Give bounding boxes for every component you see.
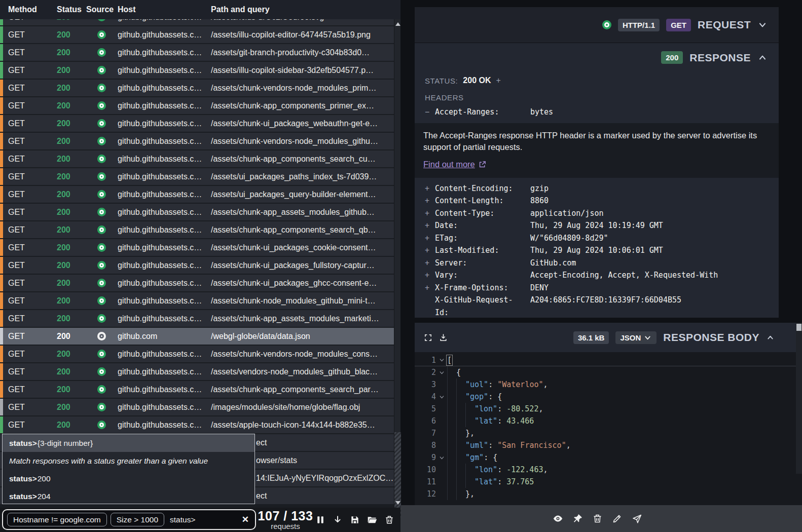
- code-line[interactable]: 3"uol": "Waterloo",: [415, 378, 802, 391]
- resend-icon[interactable]: [632, 513, 642, 524]
- table-row[interactable]: GET200github.githubassets.c…/assets/chun…: [0, 80, 394, 96]
- header-row[interactable]: +Content-Type:application/json: [425, 207, 760, 220]
- delete-icon[interactable]: [592, 513, 603, 524]
- table-row[interactable]: GET200github.githubassets.c…/assets/chun…: [0, 133, 394, 149]
- code-line[interactable]: 10"lon": -122.463,: [415, 464, 802, 476]
- response-body-header[interactable]: 36.1 kB JSON RESPONSE BODY: [415, 323, 802, 352]
- table-row[interactable]: GET200github.githubassets.c…/assets/fcld…: [0, 19, 394, 25]
- delete-all-icon[interactable]: [384, 515, 394, 525]
- header-row[interactable]: +X-Frame-Options:DENY: [425, 282, 760, 294]
- table-row[interactable]: GET200github.githubassets.c…/assets/chun…: [0, 381, 394, 398]
- header-row[interactable]: X-GitHub-Request- Id:A204:6865:FC7E8D:16…: [425, 294, 760, 319]
- scroll-down-arrow[interactable]: [395, 501, 400, 505]
- table-row[interactable]: GET200github.githubassets.c…/assets/chun…: [0, 346, 394, 362]
- row-path: /assets/illu-copilot-sidebar-3d2efb50457…: [211, 66, 394, 75]
- chevron-down-icon[interactable]: [757, 20, 768, 30]
- expand-marker[interactable]: +: [425, 244, 435, 257]
- code-line[interactable]: 5"lon": -80.522,: [415, 403, 802, 415]
- header-row[interactable]: +Content-Encoding:gzip: [425, 182, 760, 195]
- table-row[interactable]: GET200github.githubassets.c…/assets/chun…: [0, 310, 394, 327]
- table-row[interactable]: GET200github.githubassets.c…/assets/chun…: [0, 257, 394, 274]
- code-line[interactable]: 12},: [415, 488, 802, 500]
- scroll-up-arrow[interactable]: [395, 22, 400, 26]
- clear-filters-button[interactable]: ✕: [242, 514, 249, 525]
- code-line[interactable]: 8"uml": "San Francisco",: [415, 439, 802, 451]
- code-line[interactable]: 4"gop": {: [415, 391, 802, 403]
- filter-current-text[interactable]: status>: [170, 515, 242, 524]
- header-row[interactable]: +Last-Modified:Thu, 29 Aug 2024 10:06:01…: [425, 244, 760, 257]
- table-row[interactable]: GET200github.githubassets.c…/assets/ui_p…: [0, 168, 394, 185]
- expand-marker[interactable]: +: [425, 207, 435, 220]
- table-row[interactable]: GET200github.githubassets.c…/assets/chun…: [0, 292, 394, 309]
- response-section-header[interactable]: 200 RESPONSE: [415, 43, 779, 64]
- expand-marker[interactable]: +: [425, 182, 435, 195]
- find-out-more-link[interactable]: Find out more: [423, 159, 487, 170]
- fold-chevron-icon[interactable]: [436, 451, 447, 464]
- expand-marker[interactable]: +: [425, 195, 435, 207]
- table-row[interactable]: GET200github.githubassets.c…/assets/ui_p…: [0, 186, 394, 203]
- header-row[interactable]: +Server:GitHub.com: [425, 257, 760, 270]
- collapse-marker[interactable]: −: [425, 106, 435, 119]
- open-folder-icon[interactable]: [367, 515, 377, 525]
- header-row[interactable]: +ETag:W/"66d04809-8d29": [425, 232, 760, 245]
- chevron-up-icon[interactable]: [757, 53, 768, 63]
- suggestion-item[interactable]: status>200: [3, 470, 254, 487]
- row-source: [85, 403, 118, 411]
- table-row[interactable]: GET200github.githubassets.c…/assets/illu…: [0, 26, 394, 43]
- code-line[interactable]: 7},: [415, 427, 802, 439]
- json-editor[interactable]: 1[2{3"uol": "Waterloo",4"gop": {5"lon": …: [415, 352, 802, 500]
- table-row[interactable]: GET200github.githubassets.c…/images/modu…: [0, 399, 394, 415]
- code-line[interactable]: 2{: [415, 366, 802, 378]
- expand-marker[interactable]: +: [425, 282, 435, 294]
- editor-scrollbar[interactable]: [796, 323, 802, 474]
- table-row[interactable]: GET200github.githubassets.c…/assets/vend…: [0, 363, 394, 380]
- editor-scrollbar-thumb[interactable]: [796, 324, 801, 331]
- header-row[interactable]: +Date:Thu, 29 Aug 2024 10:19:49 GMT: [425, 219, 760, 232]
- pause-icon[interactable]: [315, 515, 325, 525]
- filter-chip[interactable]: Hostname != google.com: [7, 513, 107, 526]
- table-row[interactable]: GET200github.githubassets.c…/assets/chun…: [0, 97, 394, 114]
- view-icon[interactable]: [553, 513, 563, 524]
- fold-chevron-icon[interactable]: [436, 354, 447, 366]
- table-row[interactable]: GET200github.githubassets.c…/assets/chun…: [0, 204, 394, 220]
- pin-icon[interactable]: [572, 513, 583, 524]
- filter-chip[interactable]: Size > 1000: [111, 513, 164, 526]
- table-row[interactable]: GET200github.githubassets.c…/assets/appl…: [0, 416, 394, 433]
- suggestion-description[interactable]: Match responses with a status greater th…: [3, 452, 254, 470]
- edit-icon[interactable]: [612, 513, 623, 524]
- table-row[interactable]: GET200github.githubassets.c…/assets/chun…: [0, 275, 394, 291]
- table-scrollbar[interactable]: [394, 19, 400, 508]
- filter-input[interactable]: Hostname != google.comSize > 1000 status…: [2, 509, 256, 530]
- chevron-up-icon[interactable]: [766, 333, 775, 342]
- header-row[interactable]: +Content-Length:8860: [425, 195, 760, 207]
- expand-marker[interactable]: +: [425, 232, 435, 245]
- body-format-select[interactable]: JSON: [615, 331, 657, 344]
- row-path: /assets/ui_packages_query-builder-elemen…: [211, 190, 394, 199]
- header-row[interactable]: +Vary:Accept-Encoding, Accept, X-Request…: [425, 269, 760, 282]
- expand-marker[interactable]: +: [425, 269, 435, 282]
- request-section-header[interactable]: HTTP/1.1 GET REQUEST: [415, 7, 779, 43]
- table-row[interactable]: GET200github.com/webgl-globe/data/data.j…: [0, 328, 394, 345]
- save-icon[interactable]: [350, 515, 360, 525]
- expand-marker[interactable]: +: [425, 219, 435, 232]
- fullscreen-icon[interactable]: [424, 333, 432, 342]
- table-row[interactable]: GET200github.githubassets.c…/assets/chun…: [0, 115, 394, 132]
- table-row[interactable]: GET200github.githubassets.c…/assets/chun…: [0, 239, 394, 256]
- table-row[interactable]: GET200github.githubassets.c…/assets/chun…: [0, 150, 394, 167]
- suggestion-item[interactable]: status>204: [3, 487, 254, 505]
- expand-status-button[interactable]: +: [496, 76, 500, 85]
- code-line[interactable]: 6"lat": 43.466: [415, 415, 802, 427]
- download-body-icon[interactable]: [439, 333, 448, 342]
- suggestion-item[interactable]: status>{3-digit number}: [3, 434, 254, 452]
- table-row[interactable]: GET200github.githubassets.c…/assets/git-…: [0, 44, 394, 61]
- header-row-expanded[interactable]: − Accept-Ranges: bytes: [425, 106, 760, 119]
- table-row[interactable]: GET200github.githubassets.c…/assets/chun…: [0, 221, 394, 238]
- import-icon[interactable]: [333, 515, 343, 525]
- code-line[interactable]: 1[: [415, 354, 802, 366]
- code-line[interactable]: 11"lat": 37.765: [415, 476, 802, 488]
- fold-chevron-icon[interactable]: [436, 366, 447, 378]
- fold-chevron-icon[interactable]: [436, 391, 447, 403]
- expand-marker[interactable]: +: [425, 257, 435, 270]
- table-row[interactable]: GET200github.githubassets.c…/assets/illu…: [0, 62, 394, 79]
- code-line[interactable]: 9"gm": {: [415, 451, 802, 464]
